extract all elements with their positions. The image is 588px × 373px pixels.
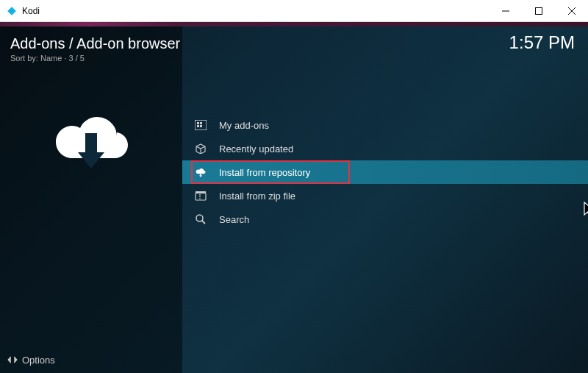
maximize-button[interactable] [522,0,555,21]
minimize-button[interactable] [489,0,522,21]
search-icon [194,213,207,226]
menu-item-label: Install from zip file [219,191,295,202]
menu-item-my-addons[interactable]: My add-ons [182,113,588,137]
cloud-down-icon [194,166,207,179]
box-icon [194,142,207,155]
breadcrumb: Add-ons / Add-on browser [10,35,172,52]
svg-rect-1 [535,7,542,14]
svg-rect-7 [200,122,202,124]
download-cloud-illustration [0,70,182,347]
svg-rect-6 [197,122,199,124]
svg-point-13 [196,215,203,221]
window-titlebar: Kodi [0,0,588,22]
window-title: Kodi [22,6,40,16]
menu-item-install-from-repository[interactable]: Install from repository [182,160,588,184]
options-icon [7,355,18,365]
svg-line-14 [202,221,205,224]
menu-item-label: Search [219,214,249,225]
grid-icon [194,118,207,132]
zip-icon [194,189,207,202]
options-button[interactable]: Options [0,347,182,373]
app-body: Add-ons / Add-on browser Sort by: Name ·… [0,26,588,373]
options-label: Options [22,355,55,366]
main-panel: 1:57 PM My add-ons Recently updated [182,26,588,373]
close-button[interactable] [555,0,588,21]
menu-item-recently-updated[interactable]: Recently updated [182,137,588,160]
menu-item-label: My add-ons [219,120,269,131]
kodi-window: Kodi Add-ons / Add-on browser Sort by: N… [0,0,588,373]
svg-rect-4 [85,133,97,155]
clock: 1:57 PM [509,32,575,53]
menu-item-search[interactable]: Search [182,207,588,231]
menu-item-install-from-zip[interactable]: Install from zip file [182,184,588,207]
svg-rect-11 [196,191,206,193]
kodi-logo-icon [6,5,18,17]
svg-rect-9 [200,125,202,127]
sort-info: Sort by: Name · 3 / 5 [10,54,172,63]
menu-item-label: Install from repository [219,167,310,178]
menu-list: My add-ons Recently updated Install from… [182,113,588,231]
window-controls [489,0,588,21]
sidebar: Add-ons / Add-on browser Sort by: Name ·… [0,26,182,373]
sort-label: Sort by: Name [10,54,62,63]
menu-item-label: Recently updated [219,143,293,154]
page-header: Add-ons / Add-on browser Sort by: Name ·… [0,34,182,70]
position-label: 3 / 5 [69,54,85,63]
svg-rect-10 [196,193,206,200]
svg-rect-8 [197,125,199,127]
